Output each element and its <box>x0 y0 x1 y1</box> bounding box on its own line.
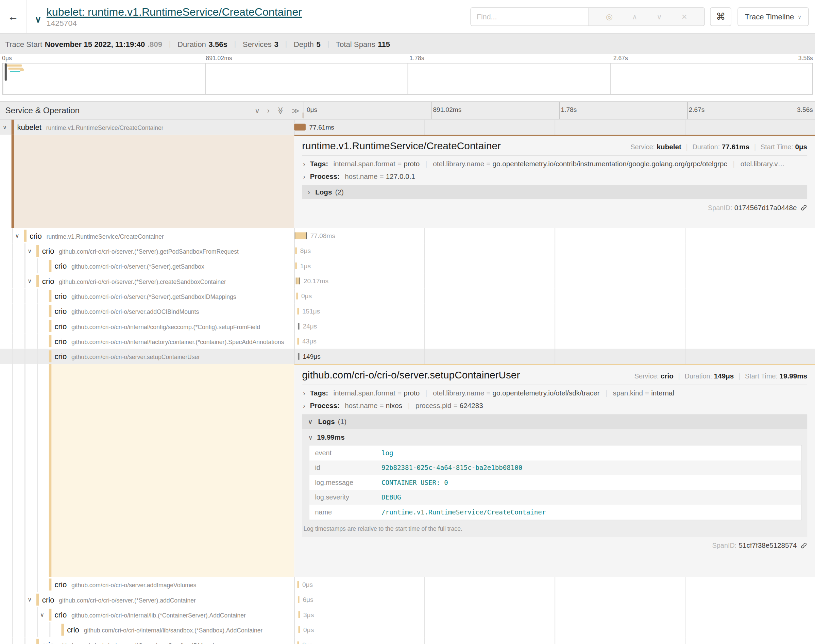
span-name-cell[interactable]: ∨criogithub.com/cri-o/cri-o/server.(*Ser… <box>0 592 294 607</box>
chevron-right-icon: › <box>303 389 305 397</box>
span-timeline-cell[interactable]: 1μs <box>294 258 815 273</box>
tags-row[interactable]: ›Tags:internal.span.format=proto|otel.li… <box>303 389 807 397</box>
process-row[interactable]: ›Process:host.name=nixos|process.pid=624… <box>303 402 807 410</box>
span-name-cell[interactable]: ∨kubeletruntime.v1.RuntimeService/Create… <box>0 120 294 135</box>
timeline-tick: 2.67s <box>689 106 705 113</box>
trace-title-link[interactable]: kubelet: runtime.v1.RuntimeService/Creat… <box>47 6 302 18</box>
span-name-cell[interactable]: criogithub.com/cri-o/cri-o/server.(*Serv… <box>0 637 294 644</box>
span-row[interactable]: ∨criogithub.com/cri-o/cri-o/server.(*Ser… <box>0 592 815 607</box>
span-timeline-cell[interactable]: 77.61ms <box>294 120 815 135</box>
indent-guide <box>12 243 13 258</box>
back-arrow-icon: ← <box>8 11 18 23</box>
span-row[interactable]: ∨criogithub.com/cri-o/cri-o/server.(*Ser… <box>0 273 815 288</box>
span-timeline-cell[interactable]: 0μs <box>294 288 815 303</box>
next-match-icon[interactable]: ∨ <box>657 12 662 21</box>
collapse-header-chevron-icon[interactable]: ∨ <box>35 14 41 25</box>
expand-one-icon[interactable]: › <box>267 106 270 115</box>
minimap-span <box>10 71 20 72</box>
span-name-cell[interactable]: ∨crioruntime.v1.RuntimeService/CreateCon… <box>0 228 294 243</box>
span-timeline-cell[interactable]: 8μs <box>294 243 815 258</box>
span-timeline-cell[interactable]: 43μs <box>294 334 815 348</box>
span-timeline-cell[interactable]: 149μs <box>294 349 815 364</box>
kv-separator: | <box>605 389 607 397</box>
span-timeline-cell[interactable]: 0μs <box>294 577 815 592</box>
chevron-down-icon[interactable]: ∨ <box>28 278 32 284</box>
span-row[interactable]: ∨crioruntime.v1.RuntimeService/CreateCon… <box>0 228 815 243</box>
span-row[interactable]: ∨criogithub.com/cri-o/cri-o/server.(*Ser… <box>0 243 815 258</box>
span-timeline-cell[interactable]: 6μs <box>294 592 815 607</box>
locate-icon[interactable]: ◎ <box>606 12 613 21</box>
span-row[interactable]: criogithub.com/cri-o/cri-o/server.addOCI… <box>0 304 815 319</box>
service-name: crio <box>42 247 54 255</box>
duration-bar <box>297 581 299 588</box>
minimap-drag-handle[interactable] <box>5 64 7 81</box>
start-time-value: 19.99ms <box>780 372 807 380</box>
span-name-cell[interactable]: criogithub.com/cri-o/cri-o/server.(*Serv… <box>0 288 294 303</box>
timeline-tick: 0μs <box>307 106 317 113</box>
duration-bar <box>298 626 300 633</box>
depth-label: Depth <box>294 40 314 48</box>
span-row[interactable]: criogithub.com/cri-o/cri-o/server.(*Serv… <box>0 258 815 273</box>
trace-minimap[interactable] <box>2 63 813 95</box>
service-color-bar <box>49 364 51 577</box>
span-timeline-cell[interactable]: 3μs <box>294 607 815 622</box>
span-name-cell[interactable]: criogithub.com/cri-o/cri-o/internal/fact… <box>0 334 294 348</box>
span-timeline-cell[interactable]: 151μs <box>294 304 815 319</box>
logs-toggle-bar[interactable]: ∨Logs(1) <box>302 414 807 429</box>
span-row[interactable]: criogithub.com/cri-o/cri-o/internal/lib/… <box>0 622 815 637</box>
span-name-cell[interactable]: ∨criogithub.com/cri-o/cri-o/server.(*Ser… <box>0 273 294 288</box>
collapse-one-icon[interactable]: ∨ <box>255 106 260 115</box>
span-name-cell[interactable]: criogithub.com/cri-o/cri-o/internal/lib/… <box>0 622 294 637</box>
service-color-bar <box>49 260 51 272</box>
span-timeline-cell[interactable]: 0μs <box>294 637 815 644</box>
span-row[interactable]: criogithub.com/cri-o/cri-o/server.(*Serv… <box>0 637 815 644</box>
minimap-tick: 1.78s <box>410 55 424 61</box>
span-name-cell[interactable]: ∨criogithub.com/cri-o/cri-o/internal/lib… <box>0 607 294 622</box>
span-row[interactable]: criogithub.com/cri-o/cri-o/internal/conf… <box>0 319 815 334</box>
chevron-down-icon[interactable]: ∨ <box>3 124 7 130</box>
deep-link-icon[interactable] <box>800 542 807 549</box>
span-row-text: criogithub.com/cri-o/cri-o/server.(*Serv… <box>55 291 236 301</box>
detail-header: runtime.v1.RuntimeService/CreateContaine… <box>302 140 807 152</box>
span-timeline-cell[interactable]: 20.17ms <box>294 273 815 288</box>
chevron-down-icon[interactable]: ∨ <box>28 596 32 603</box>
span-name-cell[interactable]: criogithub.com/cri-o/cri-o/server.setupC… <box>0 349 294 364</box>
tag-item: host.name=127.0.0.1 <box>345 173 415 181</box>
keyboard-shortcuts-button[interactable]: ⌘ <box>710 7 731 26</box>
span-row[interactable]: ∨kubeletruntime.v1.RuntimeService/Create… <box>0 120 815 135</box>
indent-guide <box>12 288 13 303</box>
collapse-all-icon[interactable]: ≫ <box>276 107 285 114</box>
deep-link-icon[interactable] <box>800 204 807 211</box>
depth-value: 5 <box>317 40 321 48</box>
back-button[interactable]: ← <box>0 0 26 33</box>
expand-all-icon[interactable]: ≫ <box>292 106 299 115</box>
span-row[interactable]: criogithub.com/cri-o/cri-o/server.(*Serv… <box>0 288 815 303</box>
find-input[interactable] <box>471 8 588 26</box>
service-value: kubelet <box>657 143 682 150</box>
span-row[interactable]: ∨criogithub.com/cri-o/cri-o/internal/lib… <box>0 607 815 622</box>
span-timeline-cell[interactable]: 24μs <box>294 319 815 334</box>
span-name-cell[interactable]: criogithub.com/cri-o/cri-o/internal/conf… <box>0 319 294 334</box>
view-selector-dropdown[interactable]: Trace Timeline ∨ <box>737 7 809 26</box>
service-color-bar <box>49 350 51 362</box>
chevron-down-icon[interactable]: ∨ <box>40 611 44 618</box>
chevron-down-icon[interactable]: ∨ <box>28 248 32 255</box>
clear-find-icon[interactable]: ✕ <box>682 12 688 21</box>
span-name-cell[interactable]: ∨criogithub.com/cri-o/cri-o/server.(*Ser… <box>0 243 294 258</box>
span-row[interactable]: criogithub.com/cri-o/cri-o/server.setupC… <box>0 349 815 364</box>
log-entry-header[interactable]: ∨19.99ms <box>302 429 807 445</box>
tags-row[interactable]: ›Tags:internal.span.format=proto|otel.li… <box>303 160 807 168</box>
span-name-cell[interactable]: criogithub.com/cri-o/cri-o/server.(*Serv… <box>0 258 294 273</box>
logs-toggle-bar[interactable]: ›Logs(2) <box>302 185 807 199</box>
prev-match-icon[interactable]: ∧ <box>632 12 637 21</box>
span-timeline-cell[interactable]: 77.08ms <box>294 228 815 243</box>
span-row[interactable]: criogithub.com/cri-o/cri-o/internal/fact… <box>0 334 815 348</box>
span-timeline-cell[interactable]: 0μs <box>294 622 815 637</box>
indent-guide <box>12 349 13 364</box>
span-row[interactable]: criogithub.com/cri-o/cri-o/server.addIma… <box>0 577 815 592</box>
chevron-down-icon[interactable]: ∨ <box>15 232 19 239</box>
span-name-cell[interactable]: criogithub.com/cri-o/cri-o/server.addIma… <box>0 577 294 592</box>
detail-header: github.com/cri-o/cri-o/server.setupConta… <box>302 369 807 381</box>
span-name-cell[interactable]: criogithub.com/cri-o/cri-o/server.addOCI… <box>0 304 294 319</box>
process-row[interactable]: ›Process:host.name=127.0.0.1 <box>303 173 807 181</box>
